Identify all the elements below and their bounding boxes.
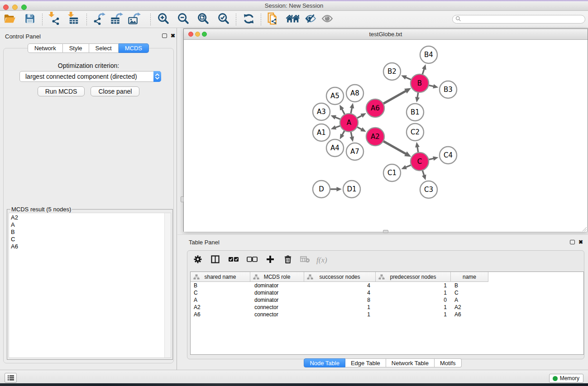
- home-button[interactable]: [286, 13, 300, 26]
- refresh-button[interactable]: [241, 13, 256, 26]
- mcds-result-item[interactable]: A: [9, 221, 171, 229]
- network-canvas[interactable]: AA6A2BCA5A8A3A1A4A7B4B2B3B1C2C4C1C3DD1: [184, 40, 588, 232]
- search-input[interactable]: [452, 15, 585, 24]
- add-column-button[interactable]: [266, 255, 275, 266]
- column-header-MCDS-role[interactable]: MCDS role: [250, 272, 304, 282]
- column-header-name[interactable]: name: [451, 272, 488, 282]
- edge-B-B1[interactable]: [417, 92, 418, 98]
- table-row[interactable]: Adominator80A: [191, 297, 583, 304]
- split-view-button[interactable]: [210, 255, 220, 266]
- result-scrollbar[interactable]: [164, 213, 171, 357]
- table-row[interactable]: Cdominator41C: [191, 290, 583, 297]
- table-cell: B: [451, 282, 488, 290]
- criterion-select[interactable]: largest connected component (directed): [19, 71, 161, 82]
- table-row[interactable]: A6connector11A6: [191, 311, 583, 319]
- edge-A-A4[interactable]: [342, 131, 344, 135]
- control-tab-select[interactable]: Select: [89, 43, 119, 53]
- edge-arrowhead: [422, 175, 426, 181]
- import-network-button[interactable]: [47, 13, 62, 26]
- control-tab-network[interactable]: Network: [28, 43, 63, 53]
- edge-A-A6[interactable]: [357, 115, 362, 118]
- control-tab-mcds[interactable]: MCDS: [119, 43, 149, 53]
- zoom-selected-button[interactable]: [216, 13, 231, 26]
- node-table: shared name MCDS role successor nodes pr…: [190, 272, 584, 355]
- column-header-successor-nodes[interactable]: successor nodes: [304, 272, 376, 282]
- mcds-result-list[interactable]: A2ABCA6: [9, 213, 171, 358]
- delete-table-button[interactable]: [300, 256, 310, 265]
- export-network-button[interactable]: [92, 13, 106, 26]
- control-panel: Control Panel ✖ NetworkStyleSelectMCDS O…: [0, 28, 177, 370]
- table-tab-edge-table[interactable]: Edge Table: [345, 358, 386, 367]
- deselect-all-button[interactable]: [247, 256, 258, 265]
- zoom-out-button[interactable]: [176, 13, 191, 26]
- edge-A-A5[interactable]: [342, 109, 344, 114]
- table-cell: dominator: [250, 290, 304, 297]
- toolbar-separator: [86, 14, 87, 25]
- edge-A6-B[interactable]: [383, 91, 406, 104]
- node-label-B: B: [417, 79, 422, 87]
- edge-A-A1[interactable]: [335, 126, 340, 128]
- table-close-icon[interactable]: ✖: [578, 240, 583, 244]
- zoom-fit-button[interactable]: [196, 13, 210, 26]
- edge-C-C2[interactable]: [417, 147, 418, 152]
- run-mcds-button[interactable]: Run MCDS: [38, 86, 85, 96]
- show-eye-button[interactable]: [320, 13, 335, 26]
- table-tab-network-table[interactable]: Network Table: [386, 358, 435, 367]
- delete-column-button[interactable]: [284, 255, 292, 266]
- mcds-result-item[interactable]: A6: [9, 243, 171, 250]
- edge-C-C3[interactable]: [422, 171, 424, 176]
- settings-button[interactable]: [193, 255, 202, 266]
- close-panel-button[interactable]: Close panel: [91, 86, 139, 96]
- float-panel-icon[interactable]: [162, 33, 167, 38]
- close-panel-icon[interactable]: ✖: [171, 33, 175, 38]
- resize-grip-icon[interactable]: [582, 225, 587, 231]
- select-all-button[interactable]: [228, 256, 239, 265]
- edge-B-B4[interactable]: [422, 69, 424, 75]
- left-scroll-thumb[interactable]: [181, 196, 184, 202]
- edge-A-A3[interactable]: [335, 117, 340, 119]
- edge-B-B2[interactable]: [406, 77, 411, 80]
- edge-A-A7[interactable]: [351, 132, 352, 137]
- save-session-button[interactable]: [23, 13, 37, 26]
- export-table-icon: [110, 12, 124, 27]
- column-header-shared-name[interactable]: shared name: [191, 272, 250, 282]
- column-header-label: successor nodes: [319, 274, 360, 280]
- table-cell: 8: [304, 297, 376, 304]
- table-float-icon[interactable]: [570, 240, 575, 244]
- table-tab-node-table[interactable]: Node Table: [304, 358, 345, 367]
- function-builder-button[interactable]: f(x): [316, 256, 327, 265]
- mcds-result-item[interactable]: B: [9, 229, 171, 236]
- memory-button[interactable]: Memory: [549, 374, 583, 383]
- table-cell: 1: [376, 290, 451, 297]
- network-snapshot-button[interactable]: [266, 13, 280, 26]
- edge-A-A8[interactable]: [351, 108, 352, 114]
- edge-C-C1[interactable]: [406, 165, 411, 167]
- node-label-A5: A5: [330, 92, 339, 100]
- task-history-button[interactable]: [5, 373, 17, 383]
- zoom-in-button[interactable]: [156, 13, 171, 26]
- mcds-result-item[interactable]: A2: [9, 214, 171, 221]
- hide-eye-button[interactable]: [303, 13, 318, 26]
- save-icon: [24, 13, 36, 26]
- export-image-button[interactable]: [127, 13, 142, 26]
- bottom-scroll-thumb[interactable]: [383, 230, 388, 233]
- node-label-C3: C3: [424, 186, 433, 194]
- import-table-button[interactable]: [67, 13, 81, 26]
- table-row[interactable]: Bdominator41B: [191, 282, 583, 290]
- edge-A2-C[interactable]: [383, 141, 406, 154]
- network-window-titlebar[interactable]: testGlobe.txt: [184, 29, 588, 40]
- edge-A-A2[interactable]: [357, 127, 362, 130]
- node-label-D: D: [319, 185, 324, 193]
- import-table-icon: [67, 12, 81, 27]
- mcds-result-item[interactable]: C: [9, 236, 171, 243]
- table-tab-motifs[interactable]: Motifs: [435, 358, 462, 367]
- node-label-B1: B1: [411, 108, 420, 116]
- node-label-A1: A1: [317, 129, 326, 137]
- export-table-button[interactable]: [110, 13, 124, 26]
- table-row[interactable]: A2connector11A2: [191, 304, 583, 311]
- control-tab-style[interactable]: Style: [63, 43, 89, 53]
- column-header-predecessor-nodes[interactable]: predecessor nodes: [376, 272, 451, 282]
- edge-C-C4[interactable]: [429, 158, 434, 160]
- edge-B-B3[interactable]: [429, 85, 434, 86]
- open-session-button[interactable]: [2, 13, 17, 26]
